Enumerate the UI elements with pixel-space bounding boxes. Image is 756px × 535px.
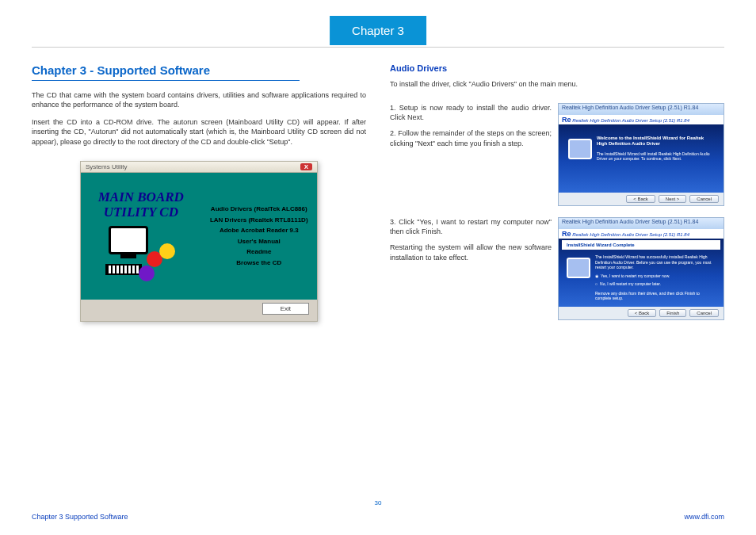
back-button[interactable]: < Back xyxy=(626,195,655,203)
chapter-tab: Chapter 3 xyxy=(330,16,426,45)
audio-intro: To install the driver, click "Audio Driv… xyxy=(390,79,724,89)
installer2-subtitle: Realtek High Definition Audio Driver Set… xyxy=(572,232,689,237)
installer2-titlebar: Realtek High Definition Audio Driver Set… xyxy=(559,218,724,229)
utility-item-acrobat[interactable]: Adobe Acrobat Reader 9.3 xyxy=(208,225,311,236)
back-button[interactable]: < Back xyxy=(628,309,657,317)
utility-item-manual[interactable]: User's Manual xyxy=(208,236,311,247)
installer-screenshot-2: Realtek High Definition Audio Driver Set… xyxy=(558,217,724,320)
utility-big-line2: UTILITY CD xyxy=(84,205,198,220)
restart-later-radio[interactable]: No, I will restart my computer later. xyxy=(595,281,716,286)
right-column: Audio Drivers To install the driver, cli… xyxy=(390,63,724,331)
page-title: Chapter 3 - Supported Software xyxy=(32,63,300,81)
utility-menu: Audio Drivers (RealTek ALC886) LAN Drive… xyxy=(201,196,317,277)
utility-window-title: Systems Utility xyxy=(86,163,127,170)
step-1-text: 1. Setup is now ready to install the aud… xyxy=(390,103,552,122)
cancel-button[interactable]: Cancel xyxy=(689,195,719,203)
installer2-complete-title: InstallShield Wizard Complete xyxy=(562,240,720,250)
installer2-tail: Remove any disks from their drives, and … xyxy=(595,291,716,301)
restart-now-radio[interactable]: Yes, I want to restart my computer now. xyxy=(595,273,716,278)
step-3b-text: Restarting the system will allow the new… xyxy=(390,243,552,262)
close-icon[interactable]: X xyxy=(300,163,312,170)
cancel-button[interactable]: Cancel xyxy=(689,309,719,317)
utility-big-line1: MAIN BOARD xyxy=(84,190,198,205)
left-column: Chapter 3 - Supported Software The CD th… xyxy=(32,63,366,331)
computer-icon xyxy=(568,139,592,159)
page-number: 30 xyxy=(375,499,382,506)
utility-item-lan[interactable]: LAN Drivers (Realtek RTL8111D) xyxy=(208,215,311,226)
utility-item-browse[interactable]: Browse the CD xyxy=(208,258,311,269)
intro-paragraph-2: Insert the CD into a CD-ROM drive. The a… xyxy=(32,117,366,146)
step-2-text: 2. Follow the remainder of the steps on … xyxy=(390,128,552,147)
finish-button[interactable]: Finish xyxy=(659,309,686,317)
section-title-audio: Audio Drivers xyxy=(390,63,724,73)
installer1-subtitle: Realtek High Definition Audio Driver Set… xyxy=(572,118,689,123)
installer1-titlebar: Realtek High Definition Audio Driver Set… xyxy=(559,104,724,115)
step-3a-text: 3. Click "Yes, I want to restart my comp… xyxy=(390,217,552,236)
utility-item-readme[interactable]: Readme xyxy=(208,246,311,258)
exit-button[interactable]: Exit xyxy=(262,303,309,315)
footer-right: www.dfi.com xyxy=(684,513,724,521)
utility-cd-window: Systems Utility X MAIN BOARD UTILITY CD xyxy=(80,161,318,322)
utility-item-audio[interactable]: Audio Drivers (RealTek ALC886) xyxy=(208,204,311,215)
computer-cd-icon xyxy=(105,226,177,281)
installer-screenshot-1: Realtek High Definition Audio Driver Set… xyxy=(558,103,724,206)
computer-icon xyxy=(567,258,590,278)
next-button[interactable]: Next > xyxy=(659,195,687,203)
footer-left: Chapter 3 Supported Software xyxy=(32,513,128,521)
intro-paragraph-1: The CD that came with the system board c… xyxy=(32,90,366,109)
